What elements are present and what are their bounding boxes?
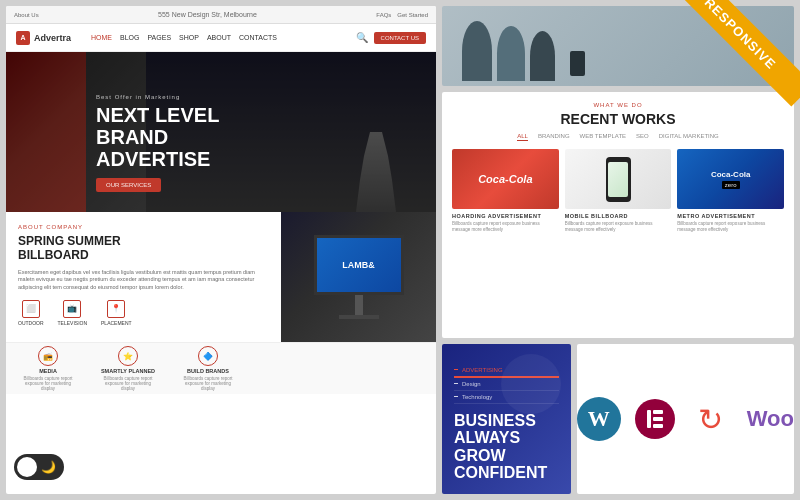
billboard-stand bbox=[355, 295, 363, 315]
responsive-badge: RESPONSIVE bbox=[670, 0, 800, 130]
elementor-logo bbox=[635, 399, 675, 439]
contact-us-button[interactable]: CONTACT US bbox=[374, 32, 426, 44]
bottom-right: ADVERTISING Design Technology BUSINESSAL… bbox=[442, 344, 794, 494]
wp-letter: W bbox=[588, 406, 610, 432]
feature-media-desc: Billboards capture report exposure for m… bbox=[18, 376, 78, 391]
placement-icon: 📍 bbox=[107, 300, 125, 318]
media-icon: 📻 bbox=[38, 346, 58, 366]
television-label: TELEVISION bbox=[58, 320, 87, 326]
work-img-metro: Coca-Cola zero bbox=[677, 149, 784, 209]
service-advertising-label: ADVERTISING bbox=[462, 367, 503, 373]
work-label-2: MOBILE BILLBOARD bbox=[565, 213, 672, 219]
icon-television: 📺 TELEVISION bbox=[58, 300, 87, 326]
about-section: ABOUT COMPANY SPRING SUMMERBILLBOARD Exe… bbox=[6, 212, 436, 342]
phone-mockup bbox=[606, 157, 631, 202]
nav-started: Get Started bbox=[397, 12, 428, 18]
hero-section: Best Offer in Marketing NEXT LEVEL BRAND… bbox=[6, 52, 436, 212]
feature-brands-desc: Billboards capture report exposure for m… bbox=[178, 376, 238, 391]
billboard-screen: LAMB& bbox=[314, 235, 404, 295]
work-desc-1: Billboards capture report exposure busin… bbox=[452, 221, 559, 234]
person-2 bbox=[497, 26, 525, 81]
work-img-coca: Coca‑Cola bbox=[452, 149, 559, 209]
work-desc-2: Billboards capture report exposure busin… bbox=[565, 221, 672, 234]
work-img-mobile bbox=[565, 149, 672, 209]
search-icon[interactable]: 🔍 bbox=[356, 32, 368, 43]
nav-faqs: FAQs bbox=[376, 12, 391, 18]
about-left: ABOUT COMPANY SPRING SUMMERBILLBOARD Exe… bbox=[6, 212, 281, 342]
hero-title-line1: NEXT LEVEL bbox=[96, 104, 219, 126]
service-technology-label: Technology bbox=[462, 394, 492, 400]
works-tabs: ALL BRANDING WEB TEMPLATE SEO DIGITAL MA… bbox=[452, 133, 784, 141]
hero-title-line2: BRAND bbox=[96, 126, 219, 148]
feature-brands: 🔷 BUILD BRANDS Billboards capture report… bbox=[178, 346, 238, 391]
el-bar-3 bbox=[653, 417, 663, 421]
nav-link-home[interactable]: HOME bbox=[91, 34, 112, 41]
woo-logo: Woo bbox=[747, 406, 794, 432]
nav-link-blog[interactable]: BLOG bbox=[120, 34, 139, 41]
toggle-pill[interactable]: 🌙 bbox=[14, 454, 64, 480]
phone-screen bbox=[608, 162, 628, 197]
coca-zero-logo: Coca-Cola bbox=[711, 170, 751, 179]
nav-link-about[interactable]: ABOUT bbox=[207, 34, 231, 41]
feature-media-title: MEDIA bbox=[39, 368, 57, 374]
main-wrapper: About Us 555 New Design Str, Melbourne F… bbox=[0, 0, 800, 500]
icon-placement: 📍 PLACEMENT bbox=[101, 300, 132, 326]
people-silhouette bbox=[442, 21, 605, 86]
hero-cta-button[interactable]: OUR SERVICES bbox=[96, 178, 161, 192]
tab-branding[interactable]: BRANDING bbox=[538, 133, 570, 141]
el-bar-2 bbox=[653, 410, 663, 414]
about-tag: ABOUT COMPANY bbox=[18, 224, 269, 230]
left-panel: About Us 555 New Design Str, Melbourne F… bbox=[6, 6, 436, 494]
placement-label: PLACEMENT bbox=[101, 320, 132, 326]
about-icons: ⬜ OUTDOOR 📺 TELEVISION 📍 PLACEMENT bbox=[18, 300, 269, 326]
service-design-label: Design bbox=[462, 381, 481, 387]
zero-badge: zero bbox=[722, 181, 740, 189]
top-bar: About Us 555 New Design Str, Melbourne F… bbox=[6, 6, 436, 24]
navigation: A Advertra HOME BLOG PAGES SHOP ABOUT CO… bbox=[6, 24, 436, 52]
work-label-3: METRO ADVERTISEMENT bbox=[677, 213, 784, 219]
hero-content: Best Offer in Marketing NEXT LEVEL BRAND… bbox=[96, 94, 219, 192]
icon-outdoor: ⬜ OUTDOOR bbox=[18, 300, 44, 326]
television-icon: 📺 bbox=[63, 300, 81, 318]
outdoor-icon: ⬜ bbox=[22, 300, 40, 318]
nav-link-shop[interactable]: SHOP bbox=[179, 34, 199, 41]
nav-links: HOME BLOG PAGES SHOP ABOUT CONTACTS bbox=[91, 34, 356, 41]
works-grid: Coca‑Cola HOARDING ADVERTISEMENT Billboa… bbox=[452, 149, 784, 234]
hero-subtitle: Best Offer in Marketing bbox=[96, 94, 219, 100]
work-item-1: Coca‑Cola HOARDING ADVERTISEMENT Billboa… bbox=[452, 149, 559, 234]
tab-digital[interactable]: DIGITAL MARKETING bbox=[659, 133, 719, 141]
el-bar-1 bbox=[647, 410, 651, 428]
work-item-3: Coca-Cola zero METRO ADVERTISEMENT Billb… bbox=[677, 149, 784, 234]
nav-link-contacts[interactable]: CONTACTS bbox=[239, 34, 277, 41]
hero-title-line3: ADVERTISE bbox=[96, 148, 219, 170]
billboard-base bbox=[339, 315, 379, 319]
feature-media: 📻 MEDIA Billboards capture report exposu… bbox=[18, 346, 78, 391]
el-bar-4 bbox=[653, 424, 663, 428]
logo-text: Advertra bbox=[34, 33, 71, 43]
planned-icon: ⭐ bbox=[118, 346, 138, 366]
tab-web-template[interactable]: WEB TEMPLATE bbox=[580, 133, 626, 141]
bg-circle bbox=[501, 354, 561, 414]
brands-icon: 🔷 bbox=[198, 346, 218, 366]
logos-row: W bbox=[577, 397, 794, 441]
dot-icon bbox=[454, 369, 458, 370]
feature-planned-desc: Billboards capture report exposure for m… bbox=[98, 376, 158, 391]
tab-all[interactable]: ALL bbox=[517, 133, 528, 141]
work-desc-3: Billboards capture report exposure busin… bbox=[677, 221, 784, 234]
feature-brands-title: BUILD BRANDS bbox=[187, 368, 229, 374]
hero-overlay bbox=[6, 52, 436, 212]
dark-mode-toggle[interactable]: 🌙 bbox=[14, 454, 64, 480]
about-text: Exercitamen eget dapibus vel vex facilis… bbox=[18, 269, 269, 292]
coca-cola-logo: Coca‑Cola bbox=[478, 173, 532, 185]
hero-title: NEXT LEVEL BRAND ADVERTISE bbox=[96, 104, 219, 170]
dot-icon-2 bbox=[454, 383, 458, 384]
sync-logo: ↻ bbox=[689, 397, 733, 441]
logo-icon: A bbox=[16, 31, 30, 45]
address-bar: 555 New Design Str, Melbourne bbox=[39, 11, 377, 18]
nav-link-pages[interactable]: PAGES bbox=[147, 34, 171, 41]
work-label-1: HOARDING ADVERTISEMENT bbox=[452, 213, 559, 219]
outdoor-label: OUTDOOR bbox=[18, 320, 44, 326]
tab-seo[interactable]: SEO bbox=[636, 133, 649, 141]
dot-icon-3 bbox=[454, 396, 458, 397]
about-title: SPRING SUMMERBILLBOARD bbox=[18, 234, 269, 263]
